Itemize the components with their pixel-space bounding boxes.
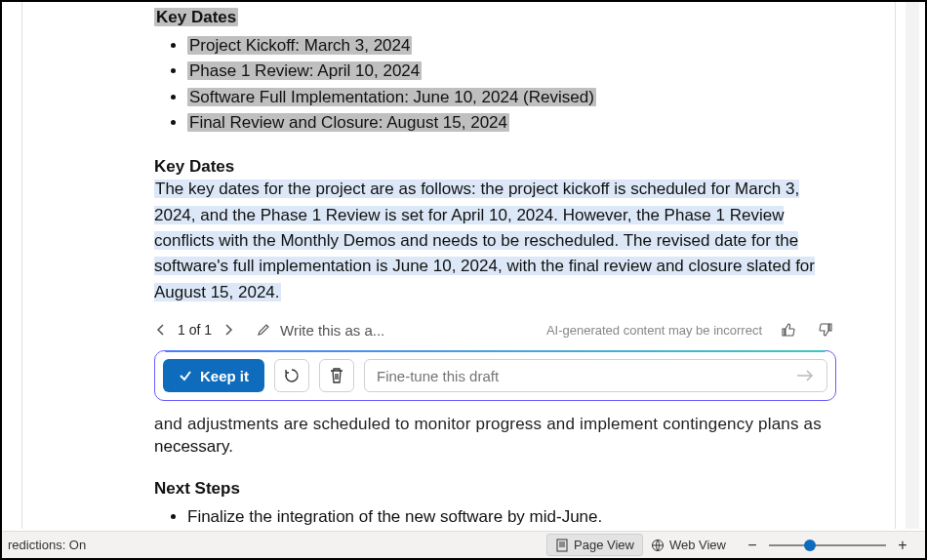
svg-rect-0 [557, 540, 567, 551]
fine-tune-field[interactable] [364, 359, 827, 392]
ai-disclaimer: AI-generated content may be incorrect [546, 323, 762, 338]
write-as-label[interactable]: Write this as a... [280, 322, 384, 339]
status-bar: redictions: On Page View Web View − + [2, 531, 925, 558]
body-text: necessary. [154, 434, 836, 460]
ai-generated-paragraph: The key dates for the project are as fol… [154, 177, 836, 305]
page-view-button[interactable]: Page View [546, 534, 643, 556]
fine-tune-input[interactable] [377, 368, 795, 384]
zoom-in-button[interactable]: + [894, 537, 911, 554]
vertical-scrollbar[interactable] [906, 2, 919, 529]
keep-it-label: Keep it [200, 368, 249, 384]
regenerate-button[interactable] [274, 359, 309, 392]
zoom-knob[interactable] [804, 540, 816, 551]
list-item: Software Full Implementation: June 10, 2… [187, 85, 836, 110]
next-steps-list: Finalize the integration of the new soft… [187, 504, 836, 529]
thumbs-up-button[interactable] [778, 319, 799, 340]
list-item: Phase 1 Review: April 10, 2024 [187, 59, 836, 84]
refresh-icon [283, 367, 301, 384]
next-suggestion-button[interactable] [222, 324, 235, 336]
zoom-track[interactable] [769, 544, 886, 546]
pencil-icon [257, 323, 270, 337]
trash-icon [329, 367, 344, 384]
check-icon [179, 369, 192, 382]
list-item: Project Kickoff: March 3, 2024 [187, 33, 836, 59]
ai-action-bar: Keep it [154, 350, 836, 401]
list-item: Finalize the integration of the new soft… [187, 504, 836, 529]
section-heading-key-dates-2: Key Dates [154, 157, 836, 177]
predictions-status[interactable]: redictions: On [6, 538, 86, 552]
discard-button[interactable] [319, 359, 354, 392]
section-heading-next-steps: Next Steps [154, 479, 836, 499]
key-dates-list: Project Kickoff: March 3, 2024 Phase 1 R… [187, 33, 836, 136]
zoom-slider[interactable]: − + [744, 537, 911, 554]
zoom-out-button[interactable]: − [744, 537, 761, 554]
send-icon[interactable] [795, 369, 815, 382]
web-view-icon [651, 539, 665, 552]
ai-suggestion-panel: 1 of 1 Write this as a... AI-generated c… [154, 319, 836, 401]
list-item: Final Review and Closure: August 15, 202… [187, 110, 836, 136]
prev-suggestion-button[interactable] [154, 324, 168, 336]
section-heading-key-dates-1: Key Dates [154, 8, 836, 27]
page-view-icon [555, 539, 569, 552]
suggestion-pager: 1 of 1 [178, 322, 212, 338]
keep-it-button[interactable]: Keep it [163, 359, 264, 392]
thumbs-down-button[interactable] [815, 319, 836, 340]
web-view-button[interactable]: Web View [643, 535, 734, 555]
obscured-text-line: and adjustments are scheduled to monitor… [154, 415, 836, 434]
document-canvas: Key Dates Project Kickoff: March 3, 2024… [21, 2, 896, 529]
